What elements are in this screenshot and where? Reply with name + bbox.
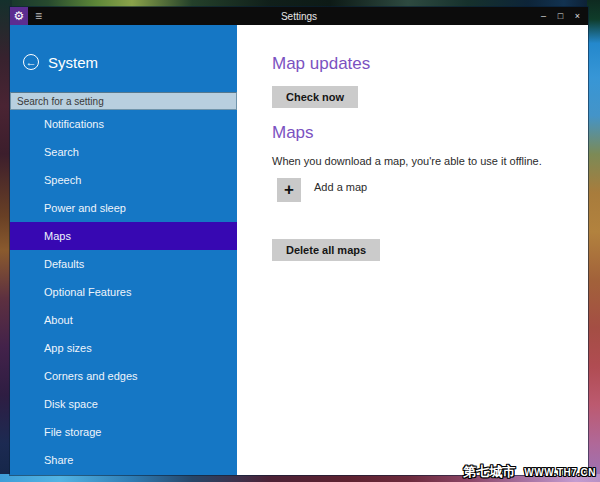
- minimize-button[interactable]: –: [535, 7, 552, 25]
- sidebar-item-disk-space[interactable]: Disk space: [10, 390, 237, 418]
- sidebar-item-share[interactable]: Share: [10, 446, 237, 474]
- sidebar-item-file-storage[interactable]: File storage: [10, 418, 237, 446]
- sidebar-item-power-and-sleep[interactable]: Power and sleep: [10, 194, 237, 222]
- page-title: System: [48, 54, 98, 71]
- add-map-label: Add a map: [314, 181, 367, 193]
- plus-icon: +: [277, 178, 301, 202]
- sidebar-item-search[interactable]: Search: [10, 138, 237, 166]
- maps-description: When you download a map, you're able to …: [272, 155, 568, 167]
- delete-all-maps-button[interactable]: Delete all maps: [272, 239, 380, 261]
- window-title: Settings: [10, 11, 588, 22]
- watermark-site-url: WWW.TH7.CN: [524, 467, 596, 478]
- desktop-wallpaper: ⚙ ≡ Settings – □ × ← System Notification…: [0, 0, 600, 482]
- sidebar-item-corners-and-edges[interactable]: Corners and edges: [10, 362, 237, 390]
- watermark: 第七城市 WWW.TH7.CN: [463, 463, 596, 481]
- titlebar: ⚙ ≡ Settings – □ ×: [10, 7, 588, 25]
- section-title-maps: Maps: [272, 123, 568, 143]
- close-button[interactable]: ×: [569, 7, 586, 25]
- section-title-map-updates: Map updates: [272, 54, 568, 74]
- main-content: Map updates Check now Maps When you down…: [237, 25, 588, 475]
- sidebar-header: ← System: [23, 53, 237, 71]
- sidebar-item-optional-features[interactable]: Optional Features: [10, 278, 237, 306]
- settings-window: ⚙ ≡ Settings – □ × ← System Notification…: [10, 7, 588, 475]
- sidebar-item-maps[interactable]: Maps: [10, 222, 237, 250]
- gear-icon: ⚙: [14, 10, 25, 22]
- caption-buttons: – □ ×: [535, 7, 588, 25]
- sidebar-item-app-sizes[interactable]: App sizes: [10, 334, 237, 362]
- window-body: ← System NotificationsSearchSpeechPower …: [10, 25, 588, 475]
- wallpaper-strip-right: [587, 0, 600, 482]
- back-button[interactable]: ←: [23, 54, 39, 70]
- sidebar-nav: NotificationsSearchSpeechPower and sleep…: [10, 110, 237, 474]
- sidebar-item-notifications[interactable]: Notifications: [10, 110, 237, 138]
- sidebar: ← System NotificationsSearchSpeechPower …: [10, 25, 237, 475]
- watermark-site-name: 第七城市: [463, 463, 515, 481]
- check-now-button[interactable]: Check now: [272, 86, 358, 108]
- maximize-button[interactable]: □: [552, 7, 569, 25]
- sidebar-item-about[interactable]: About: [10, 306, 237, 334]
- hamburger-menu-icon[interactable]: ≡: [35, 10, 42, 22]
- sidebar-item-speech[interactable]: Speech: [10, 166, 237, 194]
- add-map-button[interactable]: + Add a map: [272, 178, 568, 202]
- sidebar-item-defaults[interactable]: Defaults: [10, 250, 237, 278]
- back-arrow-icon: ←: [26, 57, 37, 68]
- search-input[interactable]: [10, 92, 237, 110]
- settings-app-icon: ⚙: [10, 7, 28, 25]
